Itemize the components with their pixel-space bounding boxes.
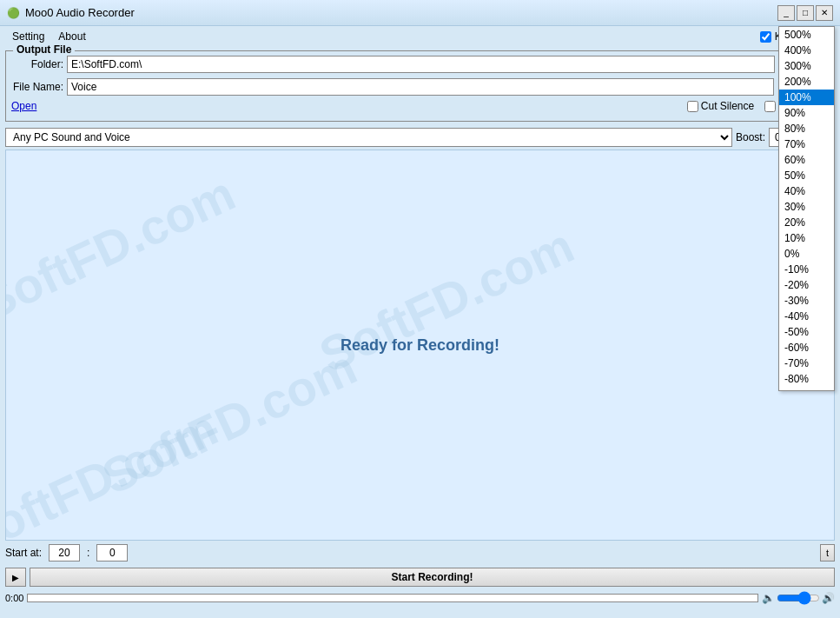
filename-input[interactable] [67,78,774,96]
boost-option-neg30[interactable]: -30% [779,293,834,309]
vol-high-icon: 🔊 [822,592,835,604]
bottom-section: Start at: : t [0,541,840,565]
source-boost-row: Any PC Sound and Voice Microphone Line I… [0,125,840,150]
boost-option-neg60[interactable]: -60% [779,340,834,356]
boost-option-100[interactable]: 100% [779,90,834,105]
time-start-label: 0:00 [5,593,23,603]
time-separator: : [87,547,89,559]
boost-option-10[interactable]: 10% [779,230,834,246]
boost-option-80[interactable]: 80% [779,121,834,136]
play-button[interactable]: ▶ [5,568,26,587]
start-recording-button[interactable]: Start Recording! [30,568,835,587]
cut-silence-text: Cut Silence [701,100,754,112]
volume-slider[interactable] [777,594,820,602]
watermark-3: SoftFD.com [311,217,582,384]
folder-row: Folder: Browse [11,55,829,74]
watermark-4: SoftFD.com [5,400,226,541]
boost-option-40[interactable]: 40% [779,183,834,199]
boost-option-neg70[interactable]: -70% [779,356,834,371]
menu-about[interactable]: About [53,29,90,44]
boost-option-neg50[interactable]: -50% [779,324,834,340]
boost-option-500[interactable]: 500% [779,27,834,43]
title-bar-left: 🟢 Moo0 Audio Recorder [7,6,135,19]
app-icon: 🟢 [7,7,20,19]
volume-slider-area: 🔈 🔊 [762,592,835,604]
over-write-checkbox[interactable] [764,101,776,112]
output-file-label: Output File [13,43,75,56]
recording-area: SoftFD.com SoftFD.com SoftFD.com SoftFD.… [5,150,835,541]
filename-row: File Name: . mp3 wav ogg flac [11,77,829,96]
ready-text: Ready for Recording! [341,336,499,355]
progress-track [27,594,758,602]
cut-silence-checkbox[interactable] [687,101,698,112]
source-select[interactable]: Any PC Sound and Voice Microphone Line I… [5,128,732,147]
boost-option-30[interactable]: 30% [779,199,834,215]
transport-bar: ▶ Start Recording! [0,565,840,589]
open-link[interactable]: Open [11,100,36,112]
cut-silence-label[interactable]: Cut Silence [687,100,754,112]
title-bar-controls: _ □ ✕ [777,5,833,21]
boost-option-70[interactable]: 70% [779,136,834,152]
boost-option-neg40[interactable]: -40% [779,309,834,324]
minimize-button[interactable]: _ [777,5,795,21]
boost-option-60[interactable]: 60% [779,152,834,168]
menu-bar: Setting About Keep on Top [0,26,840,47]
boost-option-300[interactable]: 300% [779,58,834,74]
boost-option-0[interactable]: 0% [779,246,834,262]
time-hours-input[interactable] [49,544,80,562]
time-minutes-input[interactable] [96,544,128,562]
boost-option-neg20[interactable]: -20% [779,277,834,293]
progress-row: 0:00 🔈 🔊 [0,589,840,607]
maximize-button[interactable]: □ [797,5,814,21]
output-file-group: Output File Folder: Browse File Name: . … [5,50,835,122]
menu-items: Setting About [7,29,91,44]
vol-low-icon: 🔈 [762,592,775,604]
open-row: Open Cut Silence Over-Write [11,100,829,112]
boost-option-neg80[interactable]: -80% [779,371,834,387]
boost-option-50[interactable]: 50% [779,168,834,183]
app-title: Moo0 Audio Recorder [25,6,135,19]
boost-option-200[interactable]: 200% [779,74,834,90]
reset-button[interactable]: t [820,544,835,562]
boost-option-neg90[interactable]: -90% [779,387,834,391]
close-button[interactable]: ✕ [816,5,833,21]
boost-dropdown[interactable]: 500% 400% 300% 200% 100% 90% 80% 70% 60%… [778,26,835,391]
boost-option-neg10[interactable]: -10% [779,262,834,277]
watermark-1: SoftFD.com [5,165,243,332]
folder-label: Folder: [11,58,63,70]
start-at-label: Start at: [5,547,42,559]
watermark-2: SoftFD.com [94,339,365,506]
title-bar: 🟢 Moo0 Audio Recorder _ □ ✕ [0,0,840,26]
menu-setting[interactable]: Setting [7,29,50,44]
filename-label: File Name: [11,81,63,93]
boost-label: Boost: [736,131,765,143]
boost-option-20[interactable]: 20% [779,215,834,230]
boost-option-90[interactable]: 90% [779,105,834,121]
folder-input[interactable] [67,56,775,73]
boost-option-400[interactable]: 400% [779,43,834,58]
keep-on-top-checkbox[interactable] [760,31,771,43]
